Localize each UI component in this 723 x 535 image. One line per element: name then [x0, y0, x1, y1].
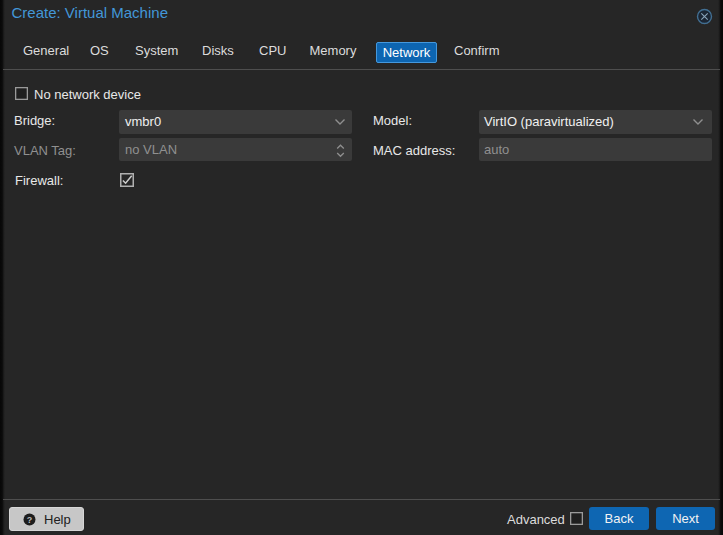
svg-text:?: ?	[27, 515, 33, 525]
